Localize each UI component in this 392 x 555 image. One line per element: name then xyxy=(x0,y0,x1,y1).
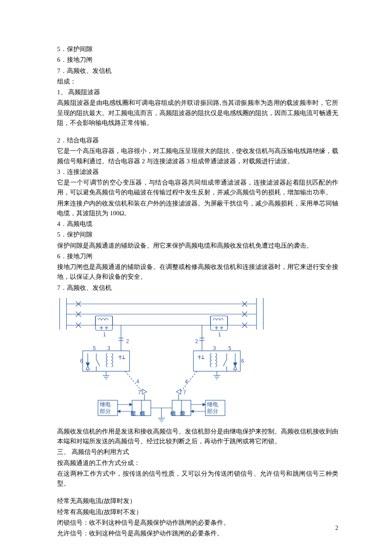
diagram-label: 5 xyxy=(228,345,231,351)
svg-line-61 xyxy=(223,359,227,366)
text-paragraph: 在这两种工作方式中，按传送的信号性质，又可以分为传送闭锁信号、允许信号和跳闸信号… xyxy=(57,469,338,489)
svg-line-72 xyxy=(181,371,197,392)
text-line: 按高频通道的工作方式分成： xyxy=(57,458,338,468)
circuit-diagram: 1 1 2 2 6 6 5 5 3 3 4 4 7 7 继电 部分 继电 部分 xyxy=(57,295,338,423)
diagram-label: 1 xyxy=(103,332,106,338)
diagram-box-label: 发信 xyxy=(180,410,186,416)
svg-rect-55 xyxy=(193,351,240,371)
text-paragraph: 接地刀闸也是高频通道的辅助设备。在调整或检修高频收发信机和连接滤波器时，用它来进… xyxy=(57,262,338,282)
svg-marker-42 xyxy=(86,366,89,370)
svg-marker-73 xyxy=(142,389,147,394)
text-line: 经常无高频电流(故障时发） xyxy=(57,496,338,506)
text-paragraph: 它是一个可调节的空心变压器，与结合电容器共同组成带通滤波器，连接滤波器起着阻抗匹… xyxy=(57,178,338,198)
svg-rect-21 xyxy=(95,316,112,330)
text-paragraph: 保护间隙是高频通道的辅助设备。用它来保护高频电缆和高频收发信机免遭过电压的袭击。 xyxy=(57,241,338,251)
diagram-label: 2 xyxy=(126,338,129,344)
diagram-box-label: 收信 xyxy=(171,410,176,416)
svg-marker-86 xyxy=(203,403,205,406)
text-paragraph: 用来连接户内的收发信机和装在户外的连接滤波器。为屏蔽干扰信号，减少高频损耗，采用… xyxy=(57,199,338,219)
text-line: 允许信号：收到这种信号是高频保护动作跳闸的必要条件。 xyxy=(57,529,338,538)
diagram-box-label: 继电 xyxy=(207,401,218,408)
text-paragraph: 高频收发信机的作用是发送和接收高频信号。发信机部分是由继电保护来控制。高频收信机… xyxy=(57,427,338,447)
diagram-label: 1 xyxy=(218,332,221,338)
text-line: 组成： xyxy=(57,77,338,87)
diagram-label: 4 xyxy=(136,379,139,384)
text-line: 7．高频收、发信机 xyxy=(57,66,338,76)
diagram-box-label: 部分 xyxy=(100,408,111,414)
svg-marker-88 xyxy=(191,410,193,413)
document-page: 5．保护间隙 6．接地刀闸 7．高频收、发信机 组成： 1、 高频阻波器 高频阻… xyxy=(0,0,392,555)
diagram-label: 3 xyxy=(213,345,216,351)
text-line: 6．接地刀闸 xyxy=(57,55,338,65)
svg-marker-82 xyxy=(130,403,132,406)
text-line: 2．结合电容器 xyxy=(57,136,338,145)
page-number: 2 xyxy=(335,523,338,533)
svg-marker-74 xyxy=(176,389,181,394)
svg-line-71 xyxy=(125,371,142,392)
diagram-label: 7 xyxy=(183,390,186,396)
diagram-box-label: 部分 xyxy=(207,408,218,414)
diagram-box-label: 继电 xyxy=(100,401,111,408)
diagram-label: 2 xyxy=(195,338,198,344)
diagram-label: 6 xyxy=(241,358,244,364)
svg-rect-28 xyxy=(210,316,228,330)
svg-marker-84 xyxy=(118,410,120,413)
text-line: 5．保护间隙 xyxy=(57,44,338,54)
svg-line-45 xyxy=(96,359,100,366)
diagram-label: 6 xyxy=(80,358,83,364)
diagram-label: 3 xyxy=(107,345,110,351)
text-line: 4．高频电缆 xyxy=(57,219,338,229)
text-paragraph: 它是一个高压电容器，电容很小，对工频电压呈现很大的阻抗，使收发信机与高压输电线路… xyxy=(57,146,338,166)
diagram-label: 5 xyxy=(93,345,96,351)
text-line: 7．高频收、发信机 xyxy=(57,283,338,293)
circuit-svg: 1 1 2 2 6 6 5 5 3 3 4 4 7 7 继电 部分 继电 部分 xyxy=(57,295,266,423)
svg-marker-58 xyxy=(233,366,237,370)
text-line: 闭锁信号：收不到这种信号是高频保护动作跳闸的必要条件。 xyxy=(57,518,338,528)
text-line: 3．连接滤波器 xyxy=(57,167,338,177)
diagram-label: 7 xyxy=(138,390,141,396)
text-paragraph: 高频阻波器是由电感线圈和可调电容组成的并联谐振回路,当其谐振频率为选用的载波频率… xyxy=(57,98,338,128)
text-line: 1、 高频阻波器 xyxy=(57,87,338,97)
text-line: 三、 高频信号的利用方式 xyxy=(57,447,338,457)
text-line: 5．保护间隙 xyxy=(57,230,338,240)
diagram-label: 4 xyxy=(185,379,188,384)
diagram-box-label: 收信 xyxy=(140,410,146,416)
text-line: 经常有高频电流(故障时不发） xyxy=(57,507,338,517)
text-line: 6．接地刀闸 xyxy=(57,251,338,261)
svg-rect-39 xyxy=(83,351,130,371)
